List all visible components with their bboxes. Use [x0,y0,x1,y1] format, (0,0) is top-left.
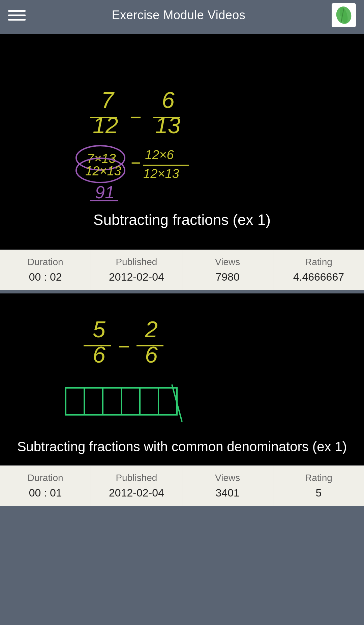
menu-button[interactable] [8,10,26,21]
rating-label-1: Rating [279,257,359,267]
svg-text:12: 12 [93,112,118,138]
leaf-icon [334,5,353,25]
published-cell-1: Published 2012-02-04 [91,250,182,290]
views-value-1: 7980 [188,271,268,283]
svg-text:91: 91 [95,182,115,202]
info-bar-2: Duration 00 : 01 Published 2012-02-04 Vi… [0,465,364,506]
svg-text:5: 5 [93,316,105,342]
svg-text:−: − [130,106,142,129]
video-title-2: Subtracting fractions with common denomi… [0,438,364,455]
published-cell-2: Published 2012-02-04 [91,466,182,506]
duration-label-2: Duration [5,473,85,483]
video-title-1: Subtracting fractions (ex 1) [0,210,364,229]
svg-text:13: 13 [155,112,181,138]
svg-text:6: 6 [93,342,105,367]
published-value-1: 2012-02-04 [96,271,176,283]
published-label-2: Published [96,473,176,483]
views-cell-1: Views 7980 [182,250,273,290]
video-card-2[interactable]: 5 6 − 2 6 Subtracting fractions with com… [0,293,364,506]
duration-value-2: 00 : 01 [5,487,85,499]
svg-text:6: 6 [162,87,175,113]
svg-text:12×6: 12×6 [145,148,174,162]
views-label-1: Views [188,257,268,267]
rating-value-1: 4.4666667 [279,271,359,283]
svg-text:2: 2 [145,316,158,342]
svg-text:12×13: 12×13 [143,167,179,181]
page-title: Exercise Module Videos [112,8,246,22]
rating-label-2: Rating [279,473,359,483]
app-logo [332,3,356,27]
rating-cell-1: Rating 4.4666667 [273,250,364,290]
svg-text:12×13: 12×13 [85,164,121,178]
svg-text:6: 6 [145,342,158,367]
svg-text:−: − [118,335,130,358]
published-label-1: Published [96,257,176,267]
svg-text:−: − [131,153,141,172]
video-thumbnail-2[interactable]: 5 6 − 2 6 Subtracting fractions with com… [0,293,364,465]
info-bar-1: Duration 00 : 02 Published 2012-02-04 Vi… [0,250,364,290]
video-card-1[interactable]: 7 12 − 6 13 7×13 12×13 − 12×6 [0,34,364,290]
svg-text:7: 7 [101,87,115,113]
duration-label-1: Duration [5,257,85,267]
published-value-2: 2012-02-04 [96,487,176,499]
duration-value-1: 00 : 02 [5,271,85,283]
rating-cell-2: Rating 5 [273,466,364,506]
duration-cell-2: Duration 00 : 01 [0,466,91,506]
duration-cell-1: Duration 00 : 02 [0,250,91,290]
rating-value-2: 5 [279,487,359,499]
views-label-2: Views [188,473,268,483]
views-cell-2: Views 3401 [182,466,273,506]
app-header: Exercise Module Videos [0,0,364,30]
video-thumbnail-1[interactable]: 7 12 − 6 13 7×13 12×13 − 12×6 [0,34,364,250]
views-value-2: 3401 [188,487,268,499]
